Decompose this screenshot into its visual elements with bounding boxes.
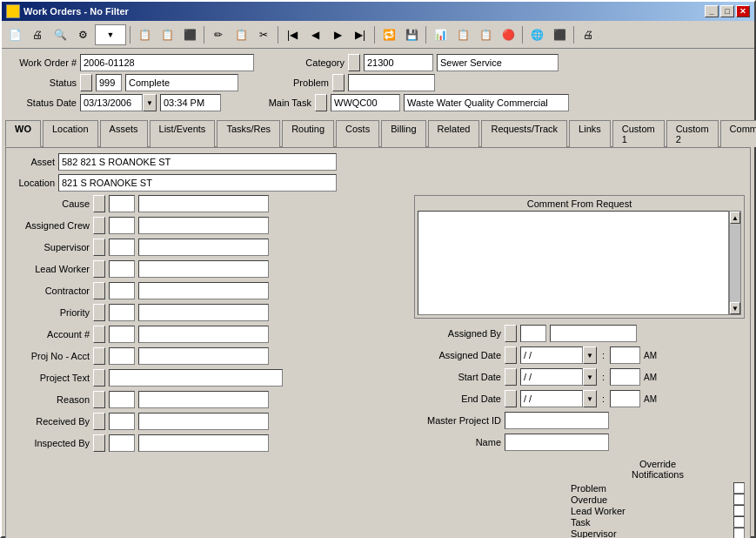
name-input[interactable] <box>505 434 609 451</box>
tab-custom1[interactable]: Custom 1 <box>612 120 665 147</box>
tab-comments[interactable]: Comments <box>720 120 756 147</box>
start-date-input[interactable] <box>520 368 583 386</box>
save-button[interactable]: 💾 <box>401 24 422 45</box>
supervisor-desc[interactable] <box>138 239 269 256</box>
problem-indicator[interactable] <box>332 74 345 91</box>
account-indicator[interactable] <box>93 326 105 343</box>
tab-tasks-res[interactable]: Tasks/Res <box>217 120 280 147</box>
reason-code[interactable] <box>109 391 135 408</box>
inspected-by-indicator[interactable] <box>93 434 105 452</box>
close-button[interactable]: ✕ <box>736 5 750 17</box>
start-date-dropdown[interactable]: ▼ <box>583 368 597 386</box>
contractor-code[interactable] <box>109 282 135 299</box>
layout2-button[interactable]: 📋 <box>157 24 177 45</box>
new-button[interactable]: 📄 <box>4 24 25 45</box>
report2-button[interactable]: 📋 <box>452 24 473 45</box>
received-by-indicator[interactable] <box>93 413 105 430</box>
inspected-by-desc[interactable] <box>138 434 269 452</box>
lead-worker-desc[interactable] <box>138 260 269 278</box>
status-code-input[interactable] <box>96 74 122 91</box>
assigned-by-desc[interactable] <box>550 325 637 342</box>
overdue-checkbox[interactable] <box>733 494 745 505</box>
status-date-input[interactable] <box>80 94 143 111</box>
status-time-input[interactable] <box>160 94 221 111</box>
cause-desc[interactable] <box>138 195 269 212</box>
work-order-input[interactable] <box>80 54 254 71</box>
assigned-date-indicator[interactable] <box>505 346 517 364</box>
reason-desc[interactable] <box>138 391 269 408</box>
assigned-date-dropdown[interactable]: ▼ <box>583 346 597 364</box>
cause-code[interactable] <box>109 195 135 212</box>
category-input[interactable] <box>364 54 433 71</box>
category-desc-input[interactable] <box>437 54 559 71</box>
assigned-date-input[interactable] <box>520 346 583 364</box>
comment-scrollbar[interactable]: ▲ ▼ <box>729 211 741 315</box>
scroll-up-btn[interactable]: ▲ <box>730 212 740 224</box>
tab-wo[interactable]: WO <box>5 120 41 147</box>
tab-list-events[interactable]: List/Events <box>150 120 216 147</box>
tab-billing[interactable]: Billing <box>381 120 425 147</box>
tab-assets[interactable]: Assets <box>100 120 148 147</box>
report1-button[interactable]: 📊 <box>430 24 451 45</box>
print-button[interactable]: 🖨 <box>27 24 48 45</box>
received-by-code[interactable] <box>109 413 135 430</box>
cause-indicator[interactable] <box>93 195 105 212</box>
tab-links[interactable]: Links <box>569 120 611 147</box>
asset-input[interactable] <box>58 153 337 171</box>
report3-button[interactable]: 📋 <box>475 24 496 45</box>
maximize-button[interactable]: □ <box>720 5 734 17</box>
proj-no-code[interactable] <box>109 347 135 365</box>
tab-related[interactable]: Related <box>428 120 480 147</box>
assigned-crew-indicator[interactable] <box>93 217 105 234</box>
end-date-dropdown[interactable]: ▼ <box>583 390 597 407</box>
settings-button[interactable]: ⚙ <box>72 24 93 45</box>
main-task-indicator[interactable] <box>315 94 327 111</box>
status-date-dropdown[interactable]: ▼ <box>143 94 157 111</box>
tab-location[interactable]: Location <box>43 120 98 147</box>
inspected-by-code[interactable] <box>109 434 135 452</box>
refresh-button[interactable]: 🔁 <box>378 24 399 45</box>
end-date-input[interactable] <box>520 390 583 407</box>
supervisor-indicator[interactable] <box>93 239 105 256</box>
end-time-input[interactable] <box>610 390 640 407</box>
problem-checkbox[interactable] <box>733 482 745 494</box>
tab-requests-track[interactable]: Requests/Track <box>481 120 567 147</box>
minimize-button[interactable]: _ <box>705 5 719 17</box>
priority-desc[interactable] <box>138 304 269 321</box>
account-code[interactable] <box>109 326 135 343</box>
comment-textarea[interactable] <box>418 211 729 315</box>
report4-button[interactable]: 🔴 <box>498 24 518 45</box>
first-button[interactable]: |◀ <box>282 24 303 45</box>
received-by-desc[interactable] <box>138 413 269 430</box>
contractor-indicator[interactable] <box>93 282 105 299</box>
main-task-desc-input[interactable] <box>404 94 569 111</box>
priority-code[interactable] <box>109 304 135 321</box>
account-desc[interactable] <box>138 326 269 343</box>
cut-button[interactable]: ✂ <box>253 24 274 45</box>
reason-indicator[interactable] <box>93 391 105 408</box>
assigned-time-input[interactable] <box>610 346 640 364</box>
start-date-indicator[interactable] <box>505 368 517 386</box>
next-button[interactable]: ▶ <box>327 24 348 45</box>
status-value-input[interactable] <box>125 74 238 91</box>
assigned-by-code[interactable] <box>520 325 546 342</box>
prev-button[interactable]: ◀ <box>304 24 325 45</box>
category-indicator[interactable] <box>348 54 360 71</box>
priority-indicator[interactable] <box>93 304 105 321</box>
project-text-indicator[interactable] <box>93 369 105 387</box>
scroll-down-btn[interactable]: ▼ <box>730 302 740 314</box>
start-time-input[interactable] <box>610 368 640 386</box>
lead-worker-code[interactable] <box>109 260 135 278</box>
supervisor-code[interactable] <box>109 239 135 256</box>
proj-no-indicator[interactable] <box>93 347 105 365</box>
edit-button[interactable]: ✏ <box>208 24 229 45</box>
tab-routing[interactable]: Routing <box>282 120 334 147</box>
help-button[interactable]: 🖨 <box>578 24 599 45</box>
tab-costs[interactable]: Costs <box>336 120 379 147</box>
status-indicator[interactable] <box>80 74 92 91</box>
main-task-code-input[interactable] <box>331 94 400 111</box>
task-checkbox[interactable] <box>733 516 745 528</box>
globe-button[interactable]: 🌐 <box>526 24 547 45</box>
problem-input[interactable] <box>348 74 435 91</box>
copy-button[interactable]: 📋 <box>231 24 251 45</box>
